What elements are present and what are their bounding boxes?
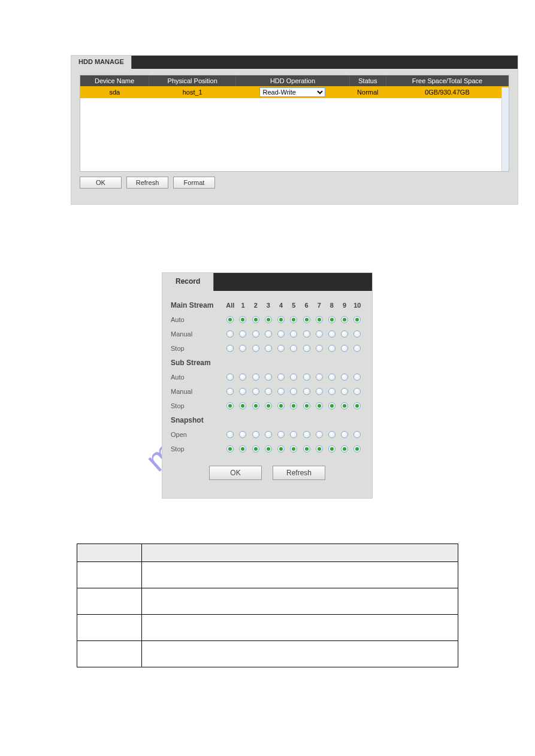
radio-button[interactable]	[252, 445, 259, 453]
radio-button[interactable]	[303, 374, 310, 381]
radio-button[interactable]	[328, 345, 335, 352]
radio-button[interactable]	[303, 316, 310, 323]
radio-button[interactable]	[353, 388, 361, 395]
hdd-scrollbar[interactable]	[501, 87, 509, 171]
radio-button[interactable]	[353, 402, 361, 409]
radio-button[interactable]	[328, 431, 335, 438]
radio-button[interactable]	[239, 431, 246, 438]
radio-button[interactable]	[303, 445, 310, 453]
radio-cell	[262, 374, 274, 381]
radio-button[interactable]	[265, 374, 272, 381]
radio-button[interactable]	[226, 374, 234, 381]
ok-button[interactable]: OK	[80, 177, 122, 189]
radio-button[interactable]	[265, 402, 272, 409]
radio-button[interactable]	[341, 330, 348, 338]
record-tab[interactable]: Record	[162, 273, 214, 291]
refresh-button[interactable]: Refresh	[126, 177, 168, 189]
ok-button[interactable]: OK	[209, 466, 262, 480]
radio-button[interactable]	[265, 330, 272, 338]
radio-button[interactable]	[239, 402, 246, 409]
radio-button[interactable]	[290, 431, 297, 438]
record-row: Stop	[171, 341, 364, 356]
radio-button[interactable]	[277, 431, 285, 438]
radio-button[interactable]	[341, 445, 348, 453]
radio-button[interactable]	[303, 388, 310, 395]
format-button[interactable]: Format	[173, 177, 215, 189]
radio-button[interactable]	[252, 431, 259, 438]
radio-button[interactable]	[252, 316, 259, 323]
radio-button[interactable]	[316, 388, 323, 395]
radio-button[interactable]	[303, 330, 310, 338]
radio-button[interactable]	[277, 316, 285, 323]
radio-button[interactable]	[353, 445, 361, 453]
radio-button[interactable]	[353, 330, 361, 338]
radio-button[interactable]	[353, 431, 361, 438]
radio-button[interactable]	[252, 345, 259, 352]
radio-button[interactable]	[316, 445, 323, 453]
radio-button[interactable]	[290, 316, 297, 323]
radio-button[interactable]	[341, 431, 348, 438]
radio-button[interactable]	[316, 345, 323, 352]
radio-button[interactable]	[341, 402, 348, 409]
radio-button[interactable]	[277, 374, 285, 381]
radio-button[interactable]	[239, 388, 246, 395]
radio-button[interactable]	[277, 445, 285, 453]
radio-button[interactable]	[226, 402, 234, 409]
radio-button[interactable]	[265, 445, 272, 453]
radio-button[interactable]	[316, 330, 323, 338]
radio-button[interactable]	[328, 388, 335, 395]
radio-button[interactable]	[226, 316, 234, 323]
radio-button[interactable]	[341, 316, 348, 323]
radio-button[interactable]	[265, 431, 272, 438]
radio-button[interactable]	[239, 445, 246, 453]
radio-button[interactable]	[328, 402, 335, 409]
radio-button[interactable]	[341, 345, 348, 352]
radio-button[interactable]	[341, 374, 348, 381]
hdd-tab[interactable]: HDD MANAGE	[71, 56, 132, 69]
radio-button[interactable]	[341, 388, 348, 395]
radio-button[interactable]	[252, 402, 259, 409]
radio-button[interactable]	[265, 316, 272, 323]
radio-button[interactable]	[328, 316, 335, 323]
radio-button[interactable]	[303, 431, 310, 438]
radio-button[interactable]	[316, 316, 323, 323]
radio-button[interactable]	[226, 345, 234, 352]
refresh-button[interactable]: Refresh	[273, 466, 325, 480]
radio-button[interactable]	[277, 345, 285, 352]
radio-button[interactable]	[226, 431, 234, 438]
radio-button[interactable]	[290, 345, 297, 352]
radio-button[interactable]	[290, 402, 297, 409]
radio-button[interactable]	[265, 388, 272, 395]
radio-button[interactable]	[303, 345, 310, 352]
radio-button[interactable]	[316, 402, 323, 409]
radio-button[interactable]	[239, 345, 246, 352]
radio-button[interactable]	[328, 330, 335, 338]
radio-button[interactable]	[303, 402, 310, 409]
radio-button[interactable]	[290, 445, 297, 453]
radio-button[interactable]	[239, 374, 246, 381]
radio-button[interactable]	[290, 330, 297, 338]
hdd-operation-select[interactable]: Read-Write	[259, 87, 325, 97]
radio-button[interactable]	[265, 345, 272, 352]
radio-button[interactable]	[353, 345, 361, 352]
radio-button[interactable]	[353, 316, 361, 323]
radio-button[interactable]	[239, 316, 246, 323]
radio-button[interactable]	[252, 330, 259, 338]
radio-button[interactable]	[226, 330, 234, 338]
radio-button[interactable]	[277, 402, 285, 409]
radio-button[interactable]	[316, 374, 323, 381]
radio-button[interactable]	[226, 388, 234, 395]
radio-button[interactable]	[239, 330, 246, 338]
radio-button[interactable]	[252, 388, 259, 395]
radio-button[interactable]	[353, 374, 361, 381]
radio-button[interactable]	[316, 431, 323, 438]
radio-button[interactable]	[226, 445, 234, 453]
radio-button[interactable]	[277, 330, 285, 338]
radio-button[interactable]	[328, 374, 335, 381]
radio-button[interactable]	[290, 374, 297, 381]
radio-button[interactable]	[252, 374, 259, 381]
hdd-row[interactable]: sda host_1 Read-Write Normal 0GB/930.47G…	[80, 86, 509, 98]
radio-button[interactable]	[290, 388, 297, 395]
radio-button[interactable]	[277, 388, 285, 395]
radio-button[interactable]	[328, 445, 335, 453]
